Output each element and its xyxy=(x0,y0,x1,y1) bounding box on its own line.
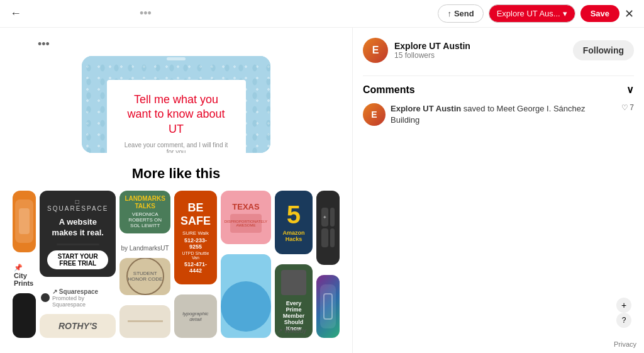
list-item[interactable]: TEXAS DISPROPORTIONATELYAWESOME xyxy=(221,191,271,244)
pin-options-menu[interactable]: ••• xyxy=(38,38,50,51)
pin-grid: 📌 City Prints □ SQUARESPACE A websitemak… xyxy=(13,191,340,343)
list-item[interactable]: □ SQUARESPACE A websitemakes it real. ST… xyxy=(40,191,116,277)
profile-followers: 15 followers xyxy=(394,51,470,60)
pin-main-text: Tell me what you want to know about UT xyxy=(122,92,231,137)
pin-handle xyxy=(167,57,186,60)
following-button[interactable]: Following xyxy=(573,40,634,60)
pin-label: 📌 City Prints xyxy=(13,262,36,288)
help-button[interactable]: ? xyxy=(616,313,631,328)
pin-text-before: Tell me what you want to know about xyxy=(127,93,225,120)
privacy-link[interactable]: Privacy xyxy=(614,340,636,348)
grid-col-4: TEXAS DISPROPORTIONATELYAWESOME xyxy=(221,191,271,343)
comment-avatar: E xyxy=(363,103,386,126)
pin-text-highlight: UT xyxy=(169,123,184,135)
send-icon: ↑ xyxy=(447,9,452,18)
chevron-down-icon: ▾ xyxy=(563,9,567,18)
profile-left: E Explore UT Austin 15 followers xyxy=(363,38,470,63)
list-item[interactable]: BE SAFE SURE Walk 512-233-9255 UTPD Shut… xyxy=(174,191,217,285)
pin-sub-text: Leave your comment, and I will find it f… xyxy=(122,142,231,153)
top-bar: ← ••• ↑ Send Explore UT Aus... ▾ Save ✕ xyxy=(0,0,644,28)
comment-author: Explore UT Austin xyxy=(391,104,461,113)
list-item[interactable]: ✦ xyxy=(316,191,340,265)
comment-item: E Explore UT Austin saved to Meet George… xyxy=(363,103,634,126)
comment-action: saved to xyxy=(464,104,497,113)
list-item[interactable]: EveryPrime MemberShould Know ↗ Wikibuy xyxy=(275,264,313,338)
avatar: E xyxy=(363,38,388,63)
like-count[interactable]: ♡ 7 xyxy=(621,103,634,112)
wikibuy-icon: ↗ xyxy=(277,327,282,334)
options-menu[interactable]: ••• xyxy=(140,7,152,20)
profile-name: Explore UT Austin xyxy=(394,41,470,51)
pin-card: Tell me what you want to know about UT L… xyxy=(82,56,270,153)
list-item[interactable] xyxy=(13,191,36,252)
by-label: by LandmarksUT xyxy=(119,244,170,253)
list-item[interactable] xyxy=(13,293,36,338)
chevron-down-icon: ∨ xyxy=(626,84,634,96)
main-content: ••• Tell me what you want to know about … xyxy=(0,28,644,353)
promo-label: ↗ Squarespace Promoted bySquarespace xyxy=(40,287,116,309)
more-like-this-title: More like this xyxy=(132,165,221,182)
plus-button[interactable]: + xyxy=(616,298,631,313)
list-item[interactable] xyxy=(119,305,170,338)
profile-info: Explore UT Austin 15 followers xyxy=(394,41,470,60)
list-item[interactable]: LANDMARKS TALKS VERONICA ROBERTS ON SOL … xyxy=(119,191,170,233)
grid-col-0: 📌 City Prints xyxy=(13,191,36,343)
back-button[interactable]: ← xyxy=(10,7,21,20)
pin-text-box: Tell me what you want to know about UT L… xyxy=(107,80,246,153)
comment-body: Explore UT Austin saved to Meet George I… xyxy=(391,103,616,126)
comments-title: Comments xyxy=(363,84,415,96)
left-panel: ••• Tell me what you want to know about … xyxy=(0,28,352,353)
grid-col-3: BE SAFE SURE Walk 512-233-9255 UTPD Shut… xyxy=(174,191,217,343)
send-label: Send xyxy=(454,9,474,18)
pin-card-image: Tell me what you want to know about UT L… xyxy=(82,61,270,153)
heart-icon: ♡ xyxy=(621,103,628,112)
profile-section: E Explore UT Austin 15 followers Followi… xyxy=(363,38,634,63)
squarespace-cta[interactable]: START YOUR FREE TRIAL xyxy=(47,250,108,269)
right-panel: E Explore UT Austin 15 followers Followi… xyxy=(352,28,644,353)
list-item[interactable] xyxy=(221,254,271,338)
save-button[interactable]: Save xyxy=(580,5,619,22)
list-item[interactable] xyxy=(316,275,340,338)
board-label: Explore UT Aus... xyxy=(497,9,560,18)
comments-header[interactable]: Comments ∨ xyxy=(363,84,634,96)
wikibuy-label: Wikibuy xyxy=(284,327,306,334)
grid-col-6: ✦ xyxy=(316,191,340,343)
like-number: 7 xyxy=(630,103,634,112)
grid-col-5: 5 Amazon Hacks EveryPrime MemberShould K… xyxy=(275,191,313,343)
comments-section: Comments ∨ E Explore UT Austin saved to … xyxy=(363,76,634,126)
top-bar-left: ← ••• xyxy=(10,7,152,20)
send-button[interactable]: ↑ Send xyxy=(438,4,483,23)
board-selector[interactable]: Explore UT Aus... ▾ xyxy=(489,4,575,23)
close-button[interactable]: ✕ xyxy=(625,7,634,21)
grid-col-1: □ SQUARESPACE A websitemakes it real. ST… xyxy=(40,191,116,343)
list-item[interactable]: 5 Amazon Hacks xyxy=(275,191,313,254)
grid-col-2: LANDMARKS TALKS VERONICA ROBERTS ON SOL … xyxy=(119,191,170,343)
wikibuy-badge: ↗ Wikibuy xyxy=(277,326,306,335)
bottom-actions: + ? Privacy xyxy=(614,340,636,348)
list-item[interactable]: STUDENTHONOR CODE xyxy=(119,258,170,295)
list-item[interactable]: typographicdetail xyxy=(174,294,217,338)
top-bar-right: ↑ Send Explore UT Aus... ▾ Save ✕ xyxy=(438,4,634,23)
list-item[interactable]: ROTHY'S xyxy=(40,314,116,338)
